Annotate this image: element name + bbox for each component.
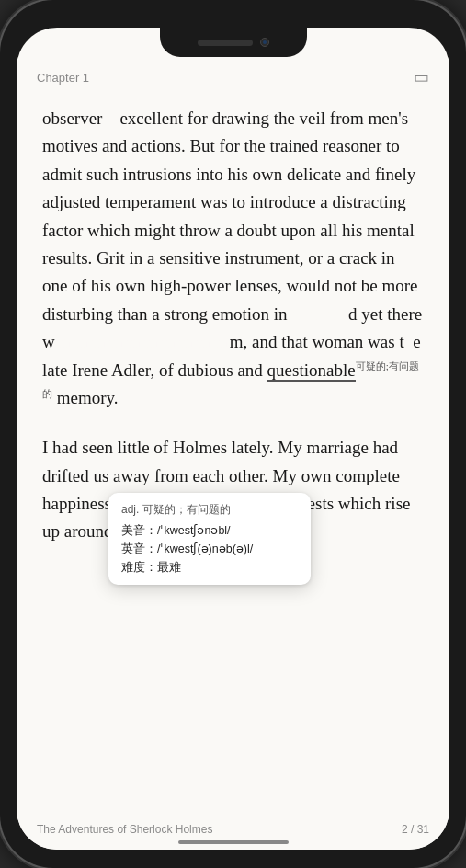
phone-screen: Chapter 1 ▭ observer—excellent for drawi… <box>17 28 449 850</box>
reader-content[interactable]: observer—excellent for drawing the veil … <box>17 97 449 809</box>
obscured-text-1: nnnnnnn <box>288 304 349 324</box>
bookmark-icon[interactable]: ▭ <box>414 69 429 86</box>
reader-text: observer—excellent for drawing the veil … <box>42 105 424 546</box>
book-title: The Adventures of Sherlock Holmes <box>37 823 212 836</box>
text-d: d <box>348 304 361 324</box>
speaker <box>198 40 253 46</box>
text-irene: and that woman was t <box>252 332 404 351</box>
popup-phonetic-us: 美音：/ˈkwestʃənəbl/ <box>121 521 298 540</box>
chapter-label: Chapter 1 <box>37 71 89 85</box>
obscured-text-3: n <box>404 332 414 351</box>
phone-frame: Chapter 1 ▭ observer—excellent for drawi… <box>0 0 466 868</box>
text-memory: memory. <box>52 388 119 407</box>
obscured-text-2: nnnnnnnnnnnnnnnnnnnn <box>55 332 230 351</box>
notch <box>160 28 307 57</box>
popup-phonetic-uk: 英音：/ˈkwestʃ(ə)nəb(ə)l/ <box>121 540 298 558</box>
popup-difficulty: 难度：最难 <box>121 560 298 576</box>
text-m: m, <box>230 332 252 351</box>
word-definition-popup: adj. 可疑的；有问题的 美音：/ˈkwestʃənəbl/ 英音：/ˈkwe… <box>108 493 311 585</box>
questionable-word[interactable]: questionable <box>267 360 356 382</box>
reader-header: Chapter 1 ▭ <box>17 57 449 97</box>
camera <box>260 38 269 47</box>
page-indicator: 2 / 31 <box>402 823 429 836</box>
popup-pos-label: adj. 可疑的；有问题的 <box>121 502 298 518</box>
paragraph-1: observer—excellent for drawing the veil … <box>42 108 417 324</box>
home-indicator[interactable] <box>178 840 289 844</box>
